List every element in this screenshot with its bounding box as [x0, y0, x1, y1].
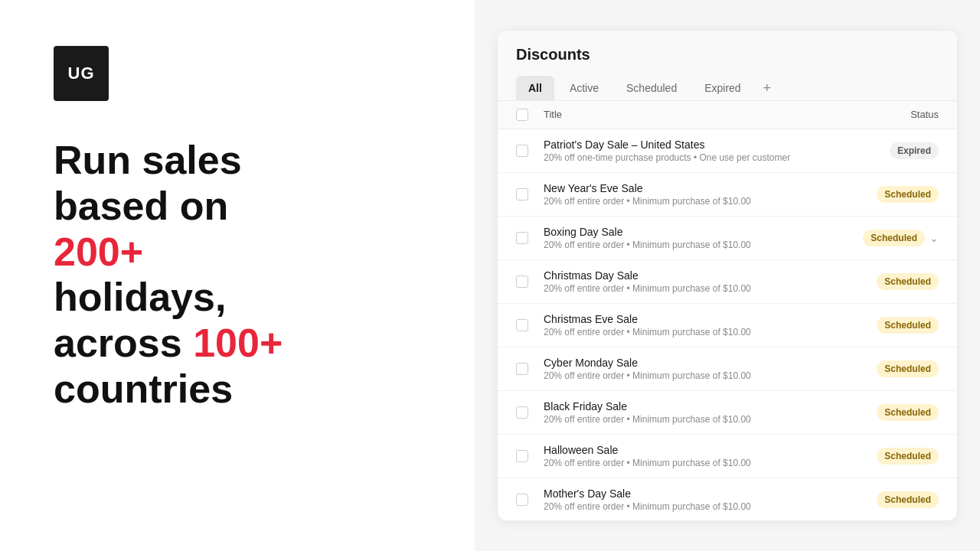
- discount-desc: 20% off entire order • Minimum purchase …: [544, 370, 831, 381]
- discount-title: Mother's Day Sale: [544, 487, 831, 500]
- discount-desc: 20% off entire order • Minimum purchase …: [544, 327, 831, 337]
- tagline: Run sales based on 200+ holidays, across…: [54, 138, 421, 412]
- status-cell: Expired: [831, 142, 939, 159]
- row-checkbox-cell: [516, 188, 544, 201]
- table-row[interactable]: Christmas Eve Sale 20% off entire order …: [498, 304, 957, 347]
- discounts-card: Discounts All Active Scheduled Expired +…: [498, 31, 957, 520]
- row-title-cell: Halloween Sale 20% off entire order • Mi…: [544, 444, 831, 468]
- tagline-highlight1: 200+: [54, 230, 143, 274]
- row-checkbox-cell: [516, 494, 544, 506]
- tagline-line4: across: [54, 321, 193, 365]
- left-panel: UG Run sales based on 200+ holidays, acr…: [0, 0, 475, 551]
- tab-all[interactable]: All: [516, 76, 554, 100]
- status-cell: Scheduled: [831, 273, 939, 290]
- header-status: Status: [831, 109, 939, 121]
- tagline-line3: holidays,: [54, 275, 226, 319]
- discount-desc: 20% off entire order • Minimum purchase …: [544, 501, 831, 512]
- status-badge: Scheduled: [877, 448, 939, 465]
- select-all-checkbox[interactable]: [516, 109, 528, 121]
- tagline-line5: countries: [54, 367, 233, 411]
- discount-desc: 20% off one-time purchase products • One…: [544, 152, 831, 163]
- table-row[interactable]: Halloween Sale 20% off entire order • Mi…: [498, 435, 957, 478]
- row-checkbox[interactable]: [516, 188, 528, 201]
- status-badge: Expired: [890, 142, 939, 159]
- row-title-cell: Black Friday Sale 20% off entire order •…: [544, 400, 831, 425]
- row-title-cell: Boxing Day Sale 20% off entire order • M…: [544, 226, 831, 250]
- table-row[interactable]: Christmas Day Sale 20% off entire order …: [498, 260, 957, 304]
- table-row[interactable]: Black Friday Sale 20% off entire order •…: [498, 391, 957, 435]
- status-badge: Scheduled: [877, 360, 939, 377]
- row-checkbox[interactable]: [516, 494, 528, 506]
- tabs-bar: All Active Scheduled Expired +: [516, 76, 939, 100]
- status-cell: Scheduled: [831, 317, 939, 334]
- table-row[interactable]: Mother's Day Sale 20% off entire order •…: [498, 478, 957, 520]
- row-checkbox-cell: [516, 363, 544, 375]
- tab-scheduled[interactable]: Scheduled: [614, 76, 689, 100]
- row-checkbox[interactable]: [516, 276, 528, 288]
- table-row[interactable]: Patriot's Day Sale – United States 20% o…: [498, 129, 957, 173]
- status-badge: Scheduled: [863, 230, 925, 246]
- status-badge: Scheduled: [877, 491, 939, 508]
- discount-title: New Year's Eve Sale: [544, 182, 831, 194]
- row-checkbox[interactable]: [516, 363, 528, 375]
- logo: UG: [54, 46, 109, 101]
- status-badge: Scheduled: [877, 273, 939, 290]
- status-cell: Scheduled: [831, 360, 939, 377]
- row-checkbox[interactable]: [516, 406, 528, 419]
- row-title-cell: Christmas Eve Sale 20% off entire order …: [544, 313, 831, 337]
- row-title-cell: Mother's Day Sale 20% off entire order •…: [544, 487, 831, 512]
- tab-add[interactable]: +: [756, 77, 778, 99]
- discount-desc: 20% off entire order • Minimum purchase …: [544, 240, 831, 250]
- row-checkbox[interactable]: [516, 319, 528, 331]
- row-checkbox-cell: [516, 319, 544, 331]
- row-checkbox[interactable]: [516, 145, 528, 157]
- discount-title: Cyber Monday Sale: [544, 357, 831, 369]
- row-checkbox[interactable]: [516, 450, 528, 462]
- row-checkbox[interactable]: [516, 232, 528, 244]
- logo-text: UG: [68, 64, 95, 83]
- status-badge: Scheduled: [877, 317, 939, 334]
- table-row[interactable]: New Year's Eve Sale 20% off entire order…: [498, 173, 957, 217]
- table-body: Patriot's Day Sale – United States 20% o…: [498, 129, 957, 520]
- discount-desc: 20% off entire order • Minimum purchase …: [544, 458, 831, 468]
- header-title: Title: [544, 109, 831, 121]
- status-cell: Scheduled: [831, 186, 939, 203]
- card-header: Discounts All Active Scheduled Expired +: [498, 31, 957, 101]
- table-row[interactable]: Boxing Day Sale 20% off entire order • M…: [498, 217, 957, 260]
- status-badge: Scheduled: [877, 186, 939, 203]
- row-title-cell: New Year's Eve Sale 20% off entire order…: [544, 182, 831, 207]
- row-checkbox-cell: [516, 145, 544, 157]
- discount-title: Halloween Sale: [544, 444, 831, 456]
- table-header: Title Status: [498, 101, 957, 129]
- row-title-cell: Patriot's Day Sale – United States 20% o…: [544, 139, 831, 163]
- chevron-down-icon[interactable]: ⌄: [929, 232, 939, 244]
- tab-active[interactable]: Active: [557, 76, 611, 100]
- status-badge: Scheduled: [877, 404, 939, 421]
- header-checkbox-cell: [516, 109, 544, 121]
- row-checkbox-cell: [516, 276, 544, 288]
- discount-title: Patriot's Day Sale – United States: [544, 139, 831, 151]
- row-title-cell: Cyber Monday Sale 20% off entire order •…: [544, 357, 831, 381]
- status-cell: Scheduled: [831, 448, 939, 465]
- row-checkbox-cell: [516, 406, 544, 419]
- discount-desc: 20% off entire order • Minimum purchase …: [544, 283, 831, 294]
- row-checkbox-cell: [516, 232, 544, 244]
- discount-title: Black Friday Sale: [544, 400, 831, 412]
- tagline-line1: Run sales: [54, 138, 242, 182]
- discount-desc: 20% off entire order • Minimum purchase …: [544, 414, 831, 425]
- tagline-highlight2: 100+: [193, 321, 283, 365]
- status-cell: Scheduled: [831, 404, 939, 421]
- status-cell: Scheduled: [831, 491, 939, 508]
- row-checkbox-cell: [516, 450, 544, 462]
- right-panel: Discounts All Active Scheduled Expired +…: [475, 0, 980, 551]
- tab-expired[interactable]: Expired: [692, 76, 753, 100]
- table-row[interactable]: Cyber Monday Sale 20% off entire order •…: [498, 347, 957, 391]
- discount-desc: 20% off entire order • Minimum purchase …: [544, 196, 831, 207]
- discount-title: Christmas Day Sale: [544, 269, 831, 282]
- discount-title: Boxing Day Sale: [544, 226, 831, 238]
- status-cell: Scheduled ⌄: [831, 230, 939, 246]
- discount-title: Christmas Eve Sale: [544, 313, 831, 325]
- discounts-title: Discounts: [516, 46, 939, 64]
- tagline-line2: based on: [54, 184, 228, 228]
- row-title-cell: Christmas Day Sale 20% off entire order …: [544, 269, 831, 294]
